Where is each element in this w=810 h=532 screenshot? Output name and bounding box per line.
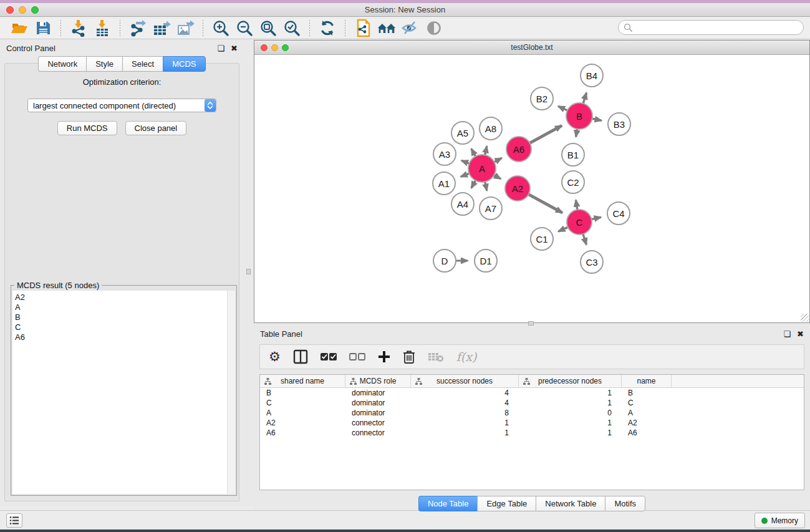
table-cell[interactable]: 1 [411, 418, 519, 428]
column-header-successor-nodes[interactable]: successor nodes [411, 375, 519, 387]
refresh-icon[interactable] [318, 19, 337, 37]
table-cell[interactable]: C [622, 398, 672, 408]
table-row[interactable]: A6connector11A6 [260, 428, 804, 438]
tab-network[interactable]: Network [38, 56, 86, 72]
run-mcds-button[interactable]: Run MCDS [57, 121, 117, 135]
table-row[interactable]: A2connector11A2 [260, 418, 804, 428]
table-cell[interactable]: 1 [411, 428, 519, 438]
export-table-icon[interactable] [152, 19, 171, 37]
vertical-split-divider[interactable] [244, 40, 254, 506]
table-cell[interactable]: A2 [622, 418, 672, 428]
close-panel-icon[interactable]: ✖ [231, 44, 238, 52]
graph-node-C1[interactable]: C1 [531, 228, 553, 250]
zoom-selected-icon[interactable] [282, 19, 301, 37]
table-cell[interactable]: dominator [345, 408, 411, 418]
graph-node-B2[interactable]: B2 [531, 87, 553, 110]
network-graph[interactable]: B4B2BB3A5A8A6A3B1AC2A1A2A4A7C4CC1DD1C3 [254, 55, 809, 322]
table-cell[interactable]: dominator [345, 388, 411, 398]
graph-node-D[interactable]: D [433, 249, 456, 272]
network-minimize-button[interactable] [271, 44, 278, 51]
open-folder-icon[interactable] [10, 19, 29, 37]
graph-node-A6[interactable]: A6 [506, 137, 531, 162]
add-column-icon[interactable] [378, 351, 390, 363]
tab-style[interactable]: Style [86, 56, 122, 72]
table-cell[interactable]: connector [345, 428, 411, 438]
import-table-icon[interactable] [93, 19, 112, 37]
edge-B-B4[interactable] [583, 93, 587, 105]
graph-node-A1[interactable]: A1 [433, 172, 455, 195]
save-icon[interactable] [34, 19, 52, 37]
deselect-all-icon[interactable] [349, 352, 365, 361]
close-window-button[interactable] [6, 6, 14, 14]
session-document-icon[interactable] [354, 19, 372, 37]
table-cell[interactable]: 1 [519, 398, 622, 408]
zoom-fit-icon[interactable] [259, 19, 277, 37]
minimize-window-button[interactable] [19, 6, 26, 14]
table-cell[interactable]: A6 [622, 428, 672, 438]
select-all-icon[interactable] [321, 352, 337, 361]
table-cell[interactable]: A [260, 408, 345, 418]
table-cell[interactable]: 0 [519, 408, 622, 418]
network-canvas[interactable]: B4B2BB3A5A8A6A3B1AC2A1A2A4A7C4CC1DD1C3 [254, 55, 809, 322]
task-history-button[interactable] [6, 513, 22, 528]
graph-node-A3[interactable]: A3 [433, 143, 456, 165]
settings-gear-icon[interactable]: ⚙ [269, 351, 281, 364]
result-list-scrollbar[interactable] [227, 291, 235, 494]
graph-node-A4[interactable]: A4 [451, 193, 474, 215]
graph-node-A2[interactable]: A2 [505, 176, 530, 201]
houses-icon[interactable] [377, 19, 396, 37]
export-image-icon[interactable] [176, 19, 195, 37]
graph-node-B1[interactable]: B1 [562, 143, 584, 166]
graph-node-B3[interactable]: B3 [608, 113, 630, 135]
maximize-window-button[interactable] [31, 6, 39, 14]
result-list-item[interactable]: A2 [15, 293, 227, 302]
search-input[interactable] [618, 20, 804, 35]
graph-node-B[interactable]: B [566, 103, 592, 129]
table-row[interactable]: Cdominator41C [260, 398, 804, 408]
graph-node-A5[interactable]: A5 [451, 122, 474, 144]
node-table[interactable]: shared nameMCDS rolesuccessor nodesprede… [259, 374, 804, 490]
table-cell[interactable]: 1 [519, 428, 622, 438]
table-cell[interactable]: B [622, 388, 672, 398]
edge-C-C3[interactable] [582, 233, 586, 244]
tab-node-table[interactable]: Node Table [418, 496, 478, 511]
table-cell[interactable]: connector [345, 418, 411, 428]
close-panel-icon[interactable]: ✖ [797, 330, 804, 338]
graph-node-C[interactable]: C [567, 210, 592, 235]
graph-node-A8[interactable]: A8 [480, 117, 502, 140]
float-panel-icon[interactable]: ❏ [783, 330, 791, 338]
column-header-predecessor-nodes[interactable]: predecessor nodes [519, 375, 622, 387]
tab-edge-table[interactable]: Edge Table [477, 496, 536, 511]
export-network-icon[interactable] [128, 19, 147, 37]
graph-node-B4[interactable]: B4 [581, 64, 603, 87]
network-close-button[interactable] [261, 44, 268, 51]
criterion-dropdown[interactable]: largest connected component (directed) [27, 99, 216, 112]
table-cell[interactable]: B [260, 388, 345, 398]
function-builder-icon[interactable]: f(x) [456, 350, 477, 364]
zoom-in-icon[interactable] [211, 19, 230, 37]
table-cell[interactable]: 4 [411, 388, 519, 398]
result-list-item[interactable]: A6 [15, 332, 227, 342]
table-cell[interactable]: 1 [519, 388, 622, 398]
result-list-item[interactable]: B [15, 312, 227, 322]
memory-button[interactable]: Memory [755, 513, 805, 528]
column-header-MCDS-role[interactable]: MCDS role [345, 375, 411, 387]
table-cell[interactable]: A [622, 408, 672, 418]
delete-table-icon[interactable] [428, 351, 444, 362]
table-cell[interactable]: 8 [411, 408, 519, 418]
table-row[interactable]: Adominator80A [260, 408, 804, 418]
divider-grip[interactable] [246, 269, 251, 274]
show-graphics-icon[interactable] [425, 19, 443, 37]
close-panel-button[interactable]: Close panel [125, 121, 187, 135]
column-header-shared-name[interactable]: shared name [260, 375, 345, 387]
graph-node-A7[interactable]: A7 [480, 197, 502, 220]
tab-mcds[interactable]: MCDS [163, 56, 205, 72]
resize-grip-icon[interactable] [801, 314, 809, 322]
tab-motifs[interactable]: Motifs [605, 496, 645, 511]
table-row[interactable]: Bdominator41B [260, 388, 804, 398]
column-header-name[interactable]: name [622, 375, 672, 387]
tab-network-table[interactable]: Network Table [536, 496, 605, 511]
table-cell[interactable]: 1 [519, 418, 622, 428]
zoom-out-icon[interactable] [235, 19, 254, 37]
column-layout-icon[interactable] [293, 349, 308, 364]
